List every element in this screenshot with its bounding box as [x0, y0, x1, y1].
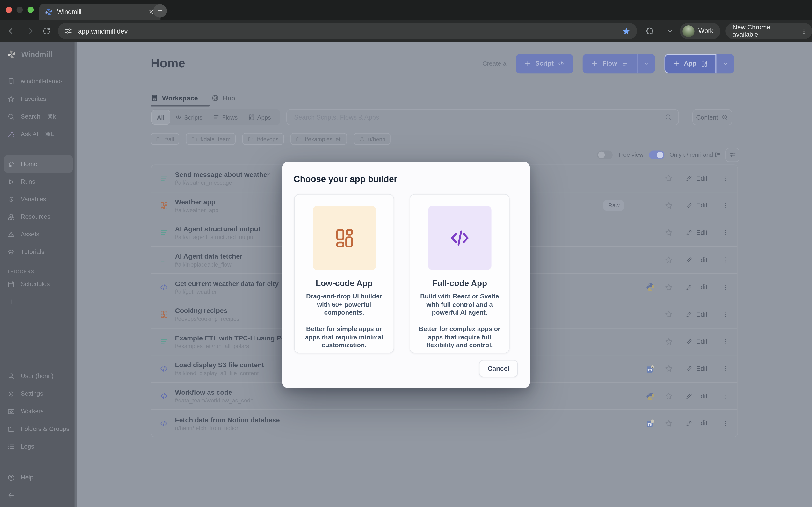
sidebar-item-resources[interactable]: Resources — [0, 208, 77, 225]
create-flow-button[interactable]: Flow — [582, 54, 637, 73]
favorite-star-icon[interactable] — [665, 337, 673, 346]
sidebar-item-schedules[interactable]: Schedules — [0, 275, 77, 293]
tab-hub[interactable]: Hub — [211, 94, 235, 102]
edit-button[interactable]: Edit — [682, 253, 711, 267]
edit-button[interactable]: Edit — [682, 335, 711, 348]
content-search-button[interactable]: Content — [692, 109, 732, 125]
edit-button[interactable]: Edit — [682, 226, 711, 239]
app-builder-option-full-code-app[interactable]: Full-code AppBuild with React or Svelte … — [410, 194, 510, 353]
row-menu-button[interactable] — [720, 227, 730, 239]
filter-chip-u-henri[interactable]: u/henri — [354, 133, 391, 145]
browser-tab[interactable]: Windmill ✕ — [39, 4, 160, 19]
row-menu-button[interactable] — [720, 254, 730, 266]
maximize-window-button[interactable] — [28, 7, 34, 13]
minimize-window-button[interactable] — [17, 7, 23, 13]
forward-icon[interactable] — [24, 26, 34, 36]
site-info-icon[interactable] — [64, 27, 73, 35]
sidebar-item-home[interactable]: Home — [4, 155, 73, 173]
favorite-star-icon[interactable] — [665, 174, 673, 183]
extensions-puzzle-icon[interactable] — [646, 26, 655, 36]
row-menu-button[interactable] — [720, 390, 730, 402]
edit-button[interactable]: Edit — [682, 172, 711, 185]
profile-chip[interactable]: Work — [680, 23, 720, 39]
edit-button[interactable]: Edit — [682, 199, 711, 213]
flow-icon — [213, 114, 219, 120]
filter-chip-f-data-team[interactable]: f/data_team — [186, 133, 236, 145]
sidebar-item-logs[interactable]: Logs — [0, 438, 77, 455]
url-bar[interactable]: app.windmill.dev — [58, 23, 637, 39]
sidebar-item-button[interactable] — [0, 293, 77, 311]
filter-chip-f-devops[interactable]: f/devops — [242, 133, 284, 145]
favorite-star-icon[interactable] — [665, 256, 673, 264]
sidebar-item-search[interactable]: Search⌘k — [0, 108, 77, 125]
edit-button[interactable]: Edit — [682, 389, 711, 403]
back-icon[interactable] — [8, 26, 17, 36]
favorite-star-icon[interactable] — [665, 228, 673, 237]
display-settings-button[interactable] — [725, 148, 740, 162]
pencil-icon — [686, 338, 693, 345]
row-menu-button[interactable] — [720, 362, 730, 375]
sidebar-item-runs[interactable]: Runs — [0, 173, 77, 190]
sidebar-item-ask-ai[interactable]: Ask AI⌘L — [0, 125, 77, 143]
edit-button[interactable]: Edit — [682, 416, 711, 430]
row-menu-button[interactable] — [720, 308, 730, 321]
url-text[interactable]: app.windmill.dev — [78, 27, 617, 35]
filter-segment-all[interactable]: All — [152, 110, 170, 124]
filter-segment-apps[interactable]: Apps — [243, 110, 276, 124]
window-controls[interactable] — [6, 7, 34, 13]
filter-segment-flows[interactable]: Flows — [208, 110, 243, 124]
favorite-star-icon[interactable] — [665, 419, 673, 428]
owner-filter-toggle[interactable] — [649, 151, 664, 159]
edit-button[interactable]: Edit — [682, 307, 711, 321]
row-menu-button[interactable] — [720, 172, 730, 184]
search-input[interactable] — [293, 113, 664, 121]
sidebar-item-tutorials[interactable]: Tutorials — [0, 243, 77, 261]
brand[interactable]: Windmill — [0, 43, 77, 66]
flow-dropdown-button[interactable] — [637, 54, 655, 73]
favorite-star-icon[interactable] — [665, 310, 673, 319]
favorite-star-icon[interactable] — [665, 364, 673, 373]
create-script-button[interactable]: Script — [516, 54, 573, 73]
cancel-button[interactable]: Cancel — [479, 360, 518, 377]
sidebar-item-help[interactable]: Help — [0, 469, 77, 486]
home-icon — [7, 160, 15, 168]
kebab-icon — [721, 283, 729, 291]
sidebar-item-button[interactable] — [0, 486, 77, 504]
filter-segment-scripts[interactable]: Scripts — [170, 110, 208, 124]
downloads-icon[interactable] — [666, 26, 675, 36]
favorite-star-icon[interactable] — [665, 201, 673, 210]
favorite-star-icon[interactable] — [665, 283, 673, 291]
favorite-star-icon[interactable] — [665, 392, 673, 400]
sidebar-item-workers[interactable]: Workers — [0, 402, 77, 420]
close-window-button[interactable] — [6, 7, 12, 13]
app-dropdown-button[interactable] — [716, 54, 734, 73]
sidebar-item-assets[interactable]: Assets — [0, 225, 77, 243]
tree-view-toggle[interactable] — [597, 151, 613, 159]
row-menu-button[interactable] — [720, 417, 730, 429]
tab-workspace[interactable]: Workspace — [151, 94, 198, 102]
edit-button[interactable]: Edit — [682, 281, 711, 294]
sidebar-item-windmill-demo-[interactable]: windmill-demo-... — [0, 72, 77, 90]
reload-icon[interactable] — [42, 26, 51, 36]
edit-button[interactable]: Edit — [682, 362, 711, 376]
bookmark-star-icon[interactable] — [622, 26, 631, 35]
sidebar-item-settings[interactable]: Settings — [0, 385, 77, 402]
label: Favorites — [21, 95, 46, 102]
kebab-menu-icon[interactable] — [800, 27, 808, 35]
sidebar-item-variables[interactable]: Variables — [0, 190, 77, 208]
sidebar-item-user-henri-[interactable]: User (henri) — [0, 367, 77, 385]
chrome-update-button[interactable]: New Chrome available — [725, 23, 812, 39]
list-item[interactable]: Fetch data from Notion databaseu/henri/f… — [151, 409, 738, 437]
new-tab-button[interactable]: + — [153, 4, 167, 18]
filter-chip-f-examples-etl[interactable]: f/examples_etl — [291, 133, 347, 145]
filter-chip-f-all[interactable]: f/all — [151, 133, 179, 145]
create-app-button[interactable]: App — [664, 54, 716, 73]
row-menu-button[interactable] — [720, 200, 730, 212]
search-box[interactable] — [286, 109, 679, 125]
arrow-left-icon — [7, 491, 15, 499]
row-menu-button[interactable] — [720, 281, 730, 293]
app-builder-option-low-code-app[interactable]: Low-code AppDrag-and-drop UI builder wit… — [294, 194, 394, 353]
sidebar-item-folders-groups[interactable]: Folders & Groups — [0, 420, 77, 438]
sidebar-item-favorites[interactable]: Favorites — [0, 90, 77, 108]
row-menu-button[interactable] — [720, 335, 730, 348]
